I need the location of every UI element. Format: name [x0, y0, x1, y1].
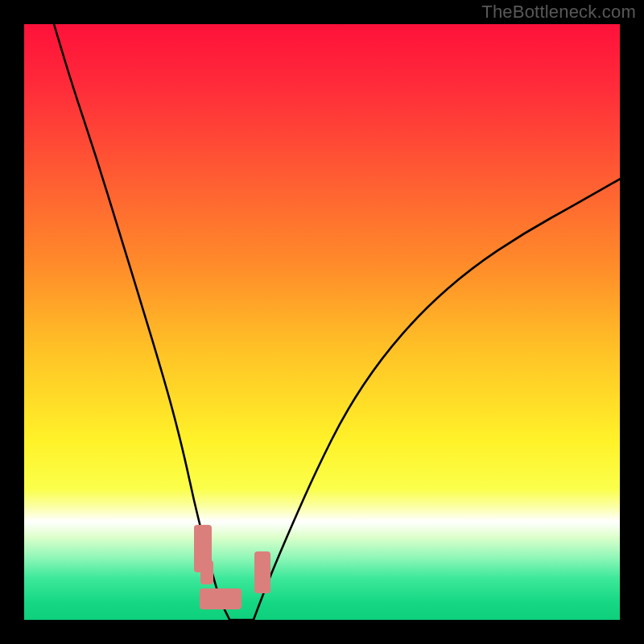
curve-marker — [254, 551, 271, 593]
curve-marker — [200, 588, 242, 609]
curve-right-branch — [254, 179, 620, 620]
curve-marker — [200, 560, 213, 584]
chart-frame: TheBottleneck.com — [0, 0, 644, 644]
watermark-text: TheBottleneck.com — [481, 2, 636, 23]
plot-area — [24, 24, 620, 620]
bottleneck-curve — [24, 24, 620, 620]
